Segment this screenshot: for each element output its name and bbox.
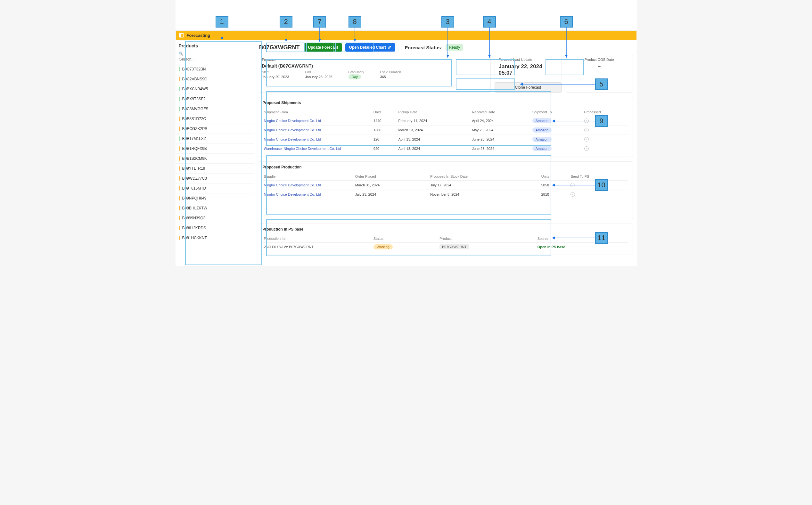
sidebar-title: Products <box>176 40 254 50</box>
col-instock: Proposed In-Stock Date <box>429 173 540 181</box>
start-label: Start <box>262 70 289 74</box>
status-bar-icon <box>179 77 180 81</box>
sidebar-item-product[interactable]: B09T816MTD <box>176 183 254 193</box>
cell-order-placed: March 31, 2024 <box>354 181 429 190</box>
cell-production-item: 24CH0118-1W: B07GXWGRNT <box>263 243 372 251</box>
product-code: B0BXCNB4W5 <box>182 87 208 91</box>
product-code: B08612KRDS <box>182 226 206 230</box>
shipment-to-badge: Amazon <box>532 128 551 133</box>
supplier-link[interactable]: Ningbo Choice Development Co. Ltd <box>264 183 321 187</box>
shipment-from-link[interactable]: Ningbo Choice Development Co. Ltd <box>264 137 321 141</box>
sidebar-search[interactable]: 🔍 <box>176 50 254 64</box>
sidebar-item-product[interactable]: B0C8MVGGFS <box>176 104 254 114</box>
cell-units: 1380 <box>372 126 397 135</box>
status-bar-icon <box>179 146 180 151</box>
annotation-6: 6 <box>560 16 573 27</box>
sidebar-item-product[interactable]: B0B1RQFX9B <box>176 144 254 154</box>
last-update-label: Forecast Last Update <box>499 58 558 61</box>
col-source: Source <box>536 235 628 243</box>
sidebar-item-product[interactable]: B0BXCNB4W5 <box>176 84 254 94</box>
product-code: B0B17M1LXZ <box>182 136 206 141</box>
processed-check-icon[interactable]: ✓ <box>584 137 589 142</box>
sidebar-item-product[interactable]: B09WDZ77C3 <box>176 174 254 183</box>
shipment-from-link[interactable]: Ningbo Choice Development Co. Ltd <box>264 128 321 132</box>
col-shipment-from: Shipment From <box>263 108 372 116</box>
col-production-item: Production Item <box>263 235 372 243</box>
sidebar-item-product[interactable]: B09NPQH849 <box>176 193 254 203</box>
sidebar-item-product[interactable]: B0899N39Q3 <box>176 213 254 223</box>
sidebar-item-product[interactable]: B0C73T32BN <box>176 64 254 74</box>
product-code: B0899N39Q3 <box>182 216 206 220</box>
col-supplier: Supplier <box>263 173 354 181</box>
annotation-9: 9 <box>595 115 608 127</box>
product-code: B0B1RQFX9B <box>182 146 207 151</box>
status-bar-icon <box>179 236 180 240</box>
send-ps-check-icon[interactable]: ✓ <box>571 183 575 187</box>
svg-rect-12 <box>181 34 182 37</box>
col-received: Received Date <box>471 108 531 116</box>
header-title: Forecasting <box>187 33 210 38</box>
app-header: Forecasting ⌄ <box>176 30 637 40</box>
sidebar-item-product[interactable]: B0B17M1LXZ <box>176 134 254 144</box>
psbase-table: Production Item Status Product Source 24… <box>263 235 628 251</box>
cell-units: 1440 <box>372 116 397 126</box>
shipment-from-link[interactable]: Warehouse: Ningbo Choice Development Co.… <box>264 147 341 151</box>
proposed-production-section: Proposed Production Supplier Order Place… <box>258 161 633 219</box>
send-ps-check-icon[interactable]: ✓ <box>571 192 575 197</box>
forecast-status-label: Forecast Status: <box>405 45 443 50</box>
cell-pickup: February 11, 2024 <box>397 116 471 126</box>
open-detailed-chart-button[interactable]: Open Detailed Chart <box>345 43 395 51</box>
sidebar-item-product[interactable]: B08BHLZKTW <box>176 203 254 213</box>
processed-check-icon[interactable]: ✓ <box>584 146 589 151</box>
shipments-table: Shipment From Units Pickup Date Received… <box>263 108 628 153</box>
status-bar-icon <box>179 156 180 161</box>
annotation-7: 7 <box>313 16 326 27</box>
product-code: B0B8S1D72Q <box>182 117 206 121</box>
col-order-placed: Order Placed <box>354 173 429 181</box>
end-value: January 28, 2025 <box>305 75 332 79</box>
status-bar-icon <box>179 117 180 121</box>
status-bar-icon <box>179 176 180 181</box>
open-ps-base-link[interactable]: Open in PS base <box>537 245 565 249</box>
search-input[interactable] <box>179 56 251 62</box>
product-code: B09T816MTD <box>182 186 206 190</box>
status-bar-icon <box>179 166 180 171</box>
annotation-5: 5 <box>595 78 608 90</box>
sidebar-item-product[interactable]: B09YTLTR19 <box>176 164 254 174</box>
last-update-value: January 22, 2024 05:07 <box>499 63 558 76</box>
status-bar-icon <box>179 107 180 111</box>
supplier-link[interactable]: Ningbo Choice Development Co. Ltd <box>264 192 321 196</box>
processed-check-icon[interactable]: ✓ <box>584 119 589 123</box>
psbase-title: Production in PS base <box>263 227 628 231</box>
update-forecast-button[interactable]: Update Forecast <box>304 43 342 51</box>
shipment-from-link[interactable]: Ningbo Choice Development Co. Ltd <box>264 119 321 123</box>
cell-pickup: March 13, 2024 <box>397 126 471 135</box>
sidebar-item-product[interactable]: B0B8S1D72Q <box>176 114 254 124</box>
sidebar-item-product[interactable]: B08612KRDS <box>176 223 254 233</box>
table-row: Ningbo Choice Development Co. Ltd 1440 F… <box>263 116 628 126</box>
cycle-value: 365 <box>380 75 401 79</box>
search-icon: 🔍 <box>179 51 183 55</box>
sidebar-item-product[interactable]: B081HCKKNT <box>176 233 254 243</box>
sidebar-item-product[interactable]: B0B1S2CM9K <box>176 154 254 164</box>
sidebar-item-product[interactable]: B0BX9T3SF2 <box>176 94 254 104</box>
status-bar-icon <box>179 196 180 200</box>
cell-received: April 24, 2024 <box>471 116 531 126</box>
forecast-name: Default (B07GXWGRNT) <box>262 63 487 68</box>
clone-forecast-button[interactable]: Clone Forecast <box>495 82 562 93</box>
cell-units: 5050 <box>540 181 570 190</box>
col-processed: Processed <box>583 108 628 116</box>
sidebar-product-list: B0C73T32BNB0C2VBNS9CB0BXCNB4W5B0BX9T3SF2… <box>176 64 254 243</box>
chevron-down-icon[interactable]: ⌄ <box>213 34 215 37</box>
cell-received: June 25, 2024 <box>471 144 531 153</box>
cell-instock: November 8, 2024 <box>429 190 540 199</box>
col-status: Status <box>372 235 438 243</box>
sidebar-item-product[interactable]: B0C2VBNS9C <box>176 74 254 84</box>
status-bar-icon <box>179 216 180 220</box>
granularity-label: Granularity <box>348 70 364 74</box>
col-units: Units <box>372 108 397 116</box>
cell-pickup: April 13, 2024 <box>397 144 471 153</box>
sidebar-item-product[interactable]: B0BCGZK2PS <box>176 124 254 134</box>
table-row: Ningbo Choice Development Co. Ltd March … <box>263 181 628 190</box>
processed-check-icon[interactable]: ✓ <box>584 128 589 132</box>
